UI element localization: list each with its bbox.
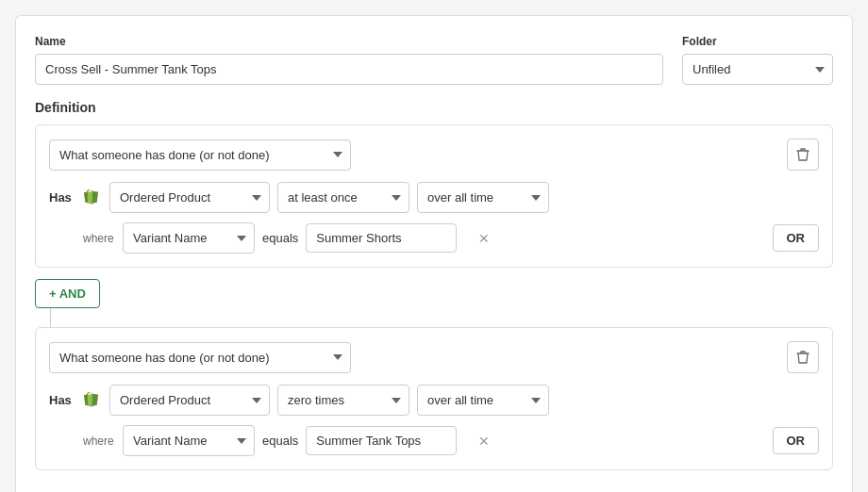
folder-section: Folder Unfiled (682, 35, 833, 85)
folder-label: Folder (682, 35, 833, 48)
variant-value-input-1[interactable] (316, 224, 475, 252)
time-select-1[interactable]: over all time (417, 182, 549, 213)
equals-label-2: equals (262, 434, 298, 448)
trash-icon-1 (796, 147, 810, 162)
header-row: Name Folder Unfiled (35, 35, 833, 85)
vertical-line (50, 308, 51, 327)
condition-block-2: What someone has done (or not done) Has … (35, 327, 833, 470)
shopify-icon-1 (83, 189, 102, 207)
ordered-product-select-2[interactable]: Ordered Product (109, 385, 270, 416)
condition-block-1: What someone has done (or not done) Has … (35, 124, 833, 268)
ordered-product-select-1[interactable]: Ordered Product (109, 182, 270, 213)
delete-button-1[interactable] (787, 139, 819, 171)
trash-icon-2 (796, 350, 810, 365)
has-row-2: Has Ordered Product zero times over all … (49, 385, 819, 416)
variant-select-1[interactable]: Variant Name (123, 222, 255, 254)
condition-top-row-1: What someone has done (or not done) (49, 139, 819, 171)
and-section: + AND (35, 279, 833, 327)
has-row-1: Has Ordered Product at least once over a… (49, 182, 819, 213)
name-input[interactable] (35, 54, 663, 85)
condition-top-row-2: What someone has done (or not done) (49, 341, 819, 373)
shopify-icon-2 (83, 391, 102, 410)
where-label-1: where (83, 232, 115, 245)
what-someone-select-1[interactable]: What someone has done (or not done) (49, 139, 351, 171)
time-select-2[interactable]: over all time (417, 385, 549, 416)
folder-select[interactable]: Unfiled (682, 54, 833, 85)
page-container: Name Folder Unfiled Definition What some… (15, 15, 853, 492)
or-button-2[interactable]: OR (773, 427, 820, 454)
or-button-1[interactable]: OR (773, 224, 820, 252)
name-section: Name (35, 35, 663, 85)
has-label-1: Has (49, 190, 75, 205)
frequency-select-1[interactable]: at least once (277, 182, 409, 213)
clear-icon-1[interactable]: ✕ (476, 229, 492, 248)
delete-button-2[interactable] (787, 341, 819, 373)
where-label-2: where (83, 435, 115, 448)
variant-select-2[interactable]: Variant Name (123, 425, 255, 456)
clear-icon-2[interactable]: ✕ (476, 432, 492, 451)
value-input-wrapper-1: ✕ (306, 223, 457, 253)
has-label-2: Has (49, 393, 75, 407)
what-someone-select-2[interactable]: What someone has done (or not done) (49, 342, 351, 373)
variant-value-input-2[interactable] (316, 427, 475, 454)
where-row-1: where Variant Name equals ✕ OR (49, 222, 819, 254)
equals-label-1: equals (262, 231, 298, 245)
name-label: Name (35, 35, 663, 48)
frequency-select-2[interactable]: zero times (277, 385, 409, 416)
and-button[interactable]: + AND (35, 279, 100, 308)
where-row-2: where Variant Name equals ✕ OR (49, 425, 819, 456)
value-input-wrapper-2: ✕ (306, 426, 457, 455)
definition-label: Definition (35, 100, 833, 115)
